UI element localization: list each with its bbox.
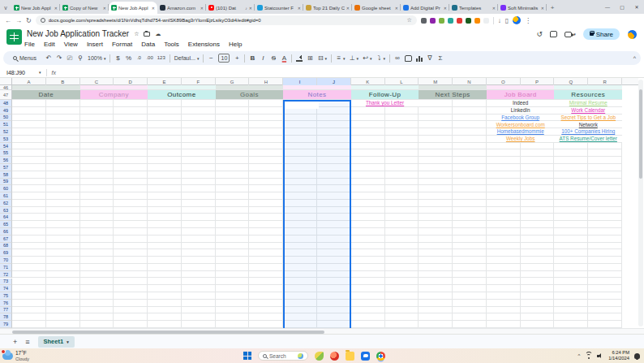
row-header-48[interactable]: 48: [0, 100, 12, 107]
row-header-51[interactable]: 51: [0, 121, 12, 128]
section-header-cell[interactable]: Company: [80, 90, 148, 99]
cell-link[interactable]: Minimal Resume: [554, 100, 622, 106]
tab-close-icon[interactable]: ✕: [444, 6, 447, 11]
browser-tab[interactable]: Add Digital Pr✕: [401, 2, 449, 14]
row-header-76[interactable]: 76: [0, 300, 12, 307]
text-wrap-icon[interactable]: ↩: [363, 51, 369, 65]
browser-tab[interactable]: Templates✕: [449, 2, 498, 14]
strikethrough-icon[interactable]: S: [270, 51, 277, 65]
row-header-56[interactable]: 56: [0, 157, 12, 164]
column-header-J[interactable]: J: [317, 78, 351, 85]
row-header-47[interactable]: 47: [0, 90, 12, 100]
menu-insert[interactable]: Insert: [87, 41, 103, 48]
column-header-F[interactable]: F: [182, 78, 216, 85]
cell-link[interactable]: Workersonboard.com: [487, 121, 555, 127]
forward-icon[interactable]: →: [15, 17, 22, 24]
cell-link[interactable]: Work Calendar: [554, 107, 622, 114]
merge-cells-icon[interactable]: ⊟: [317, 51, 324, 65]
tab-close-icon[interactable]: ✕: [152, 6, 155, 11]
row-header-70[interactable]: 70: [0, 257, 12, 264]
row-header-71[interactable]: 71: [0, 264, 12, 271]
insert-chart-icon[interactable]: [416, 55, 423, 62]
text-color-icon[interactable]: A: [281, 51, 287, 65]
spacer-cell[interactable]: [12, 85, 80, 89]
browser-tab[interactable]: Amazon.com✕: [157, 2, 206, 14]
browser-tab[interactable]: Soft Minimalis✕: [498, 2, 547, 14]
insert-comment-icon[interactable]: [405, 55, 412, 62]
document-title[interactable]: New Job Application Tracker: [27, 29, 129, 38]
extension-icon[interactable]: [457, 18, 462, 24]
column-header-O[interactable]: O: [487, 78, 521, 85]
browser-tab[interactable]: New Job Appl✕: [11, 2, 60, 14]
section-header-cell[interactable]: Resources: [554, 90, 622, 99]
column-header-B[interactable]: B: [46, 78, 80, 85]
cell-link[interactable]: Facebook Group: [487, 115, 555, 121]
taskbar-search-input[interactable]: Search: [258, 351, 308, 361]
column-header-H[interactable]: H: [249, 78, 283, 85]
browser-tab[interactable]: (101) Dat♪✕: [206, 2, 255, 14]
browser-tab[interactable]: New Job Appl✕: [109, 2, 157, 14]
cell-link[interactable]: Network: [554, 121, 622, 127]
extension-icon[interactable]: [483, 18, 489, 24]
row-header-77[interactable]: 77: [0, 307, 12, 314]
horizontal-scrollbar[interactable]: [0, 328, 644, 334]
download-icon[interactable]: ↓: [498, 17, 501, 24]
column-header-N[interactable]: N: [453, 78, 487, 85]
sheet-tab-sheet1[interactable]: Sheet1 ▾: [38, 336, 75, 348]
column-header-G[interactable]: G: [216, 78, 250, 85]
row-header-78[interactable]: 78: [0, 313, 12, 321]
decrease-font-size-icon[interactable]: −: [208, 51, 214, 65]
spacer-cell[interactable]: [419, 85, 487, 89]
sheet-tab-menu-icon[interactable]: ▾: [67, 339, 69, 344]
menu-help[interactable]: Help: [229, 41, 242, 48]
vertical-align-icon[interactable]: ⊥: [349, 51, 355, 65]
spacer-cell[interactable]: [216, 85, 284, 89]
section-header-cell[interactable]: Outcome: [148, 90, 216, 99]
font-select[interactable]: Defaul...▾: [174, 55, 200, 61]
row-header-63[interactable]: 63: [0, 207, 12, 214]
browser-menu-icon[interactable]: ⋮: [525, 17, 531, 24]
section-header-cell[interactable]: Follow-Up: [351, 90, 419, 99]
browser-profile-avatar[interactable]: [513, 16, 521, 24]
increase-font-size-icon[interactable]: +: [234, 51, 240, 65]
row-header-65[interactable]: 65: [0, 221, 12, 228]
notifications-icon[interactable]: [634, 353, 640, 359]
window-maximize-button[interactable]: ▢: [615, 0, 629, 14]
menu-tools[interactable]: Tools: [164, 41, 179, 48]
browser-tab[interactable]: Copy of New✕: [60, 2, 109, 14]
print-icon[interactable]: ⎚: [67, 51, 73, 65]
section-header-cell[interactable]: Notes: [283, 90, 351, 99]
hide-toolbar-icon[interactable]: ^: [633, 55, 636, 61]
bookmark-star-icon[interactable]: ☆: [406, 17, 411, 24]
italic-icon[interactable]: I: [260, 51, 266, 65]
back-icon[interactable]: ←: [5, 17, 11, 24]
tab-close-icon[interactable]: ✕: [541, 6, 544, 11]
undo-icon[interactable]: ↶: [45, 51, 52, 65]
zoom-select[interactable]: 100%▾: [88, 55, 105, 61]
column-header-K[interactable]: K: [351, 78, 385, 85]
extension-icon[interactable]: [474, 18, 480, 24]
column-header-A[interactable]: A: [12, 78, 46, 85]
spacer-cell[interactable]: [80, 85, 148, 89]
meet-icon[interactable]: [565, 32, 572, 37]
format-currency-icon[interactable]: $: [114, 51, 121, 65]
browser-tab[interactable]: Top 21 Daily C✕: [303, 2, 352, 14]
side-panel-icon[interactable]: ▯: [505, 17, 509, 24]
tab-close-icon[interactable]: ✕: [492, 6, 496, 11]
row-header-66[interactable]: 66: [0, 228, 12, 236]
row-header-59[interactable]: 59: [0, 179, 12, 186]
row-header-61[interactable]: 61: [0, 192, 12, 200]
section-header-cell[interactable]: Next Steps: [419, 90, 487, 99]
row-header-50[interactable]: 50: [0, 115, 12, 122]
spacer-cell[interactable]: [554, 85, 622, 89]
row-header-52[interactable]: 52: [0, 128, 12, 136]
cell-text[interactable]: LinkedIn: [487, 107, 555, 114]
tab-close-icon[interactable]: ✕: [346, 6, 350, 11]
tab-close-icon[interactable]: ✕: [249, 6, 252, 11]
vertical-scrollbar-thumb[interactable]: [639, 89, 642, 179]
section-header-cell[interactable]: Date: [12, 90, 80, 99]
browser-tab[interactable]: Statcounter F✕: [255, 2, 303, 14]
spacer-cell[interactable]: [487, 85, 555, 89]
tab-close-icon[interactable]: ✕: [395, 6, 398, 11]
taskbar-weather-widget[interactable]: 17°F Cloudy: [0, 350, 243, 361]
